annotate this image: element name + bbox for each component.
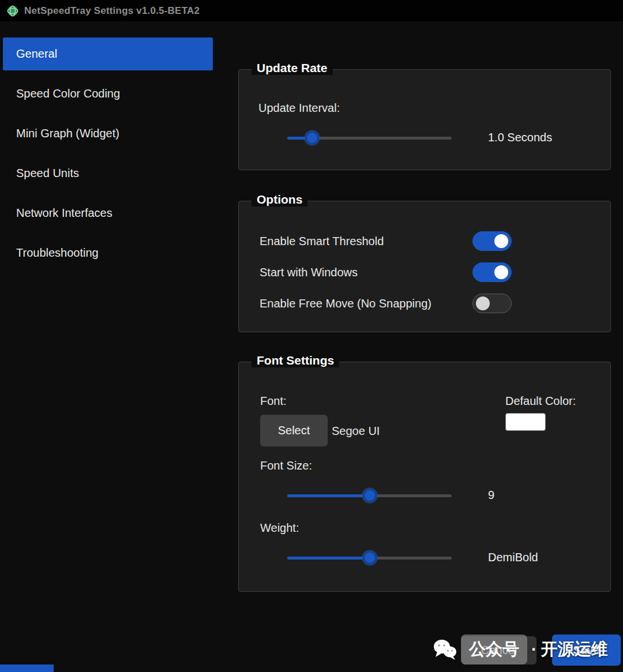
sidebar-item-mini-graph-widget[interactable]: Mini Graph (Widget) [3,117,213,150]
option-label: Enable Smart Threshold [260,235,384,247]
option-row-enable-smart-threshold: Enable Smart Threshold [260,231,610,251]
weight-label: Weight: [260,521,299,535]
group-title-font-settings: Font Settings [252,354,339,367]
group-options: Options Enable Smart ThresholdStart with… [238,201,611,332]
option-row-enable-free-move-no-snapping: Enable Free Move (No Snapping) [260,294,610,313]
selected-font-name: Segoe UI [332,425,380,438]
weight-slider[interactable] [287,550,452,565]
sidebar-item-speed-color-coding[interactable]: Speed Color Coding [3,77,213,110]
app-icon [7,5,18,17]
options-rows: Enable Smart ThresholdStart with Windows… [239,231,610,325]
toggle-enable-free-move-no-snapping[interactable] [472,294,512,313]
default-color-swatch[interactable] [505,413,546,431]
option-row-start-with-windows: Start with Windows [260,262,610,282]
save-button[interactable]: Save [552,635,621,666]
font-size-slider[interactable] [287,488,452,503]
group-title-options: Options [252,193,307,207]
font-size-value: 9 [488,489,494,502]
font-label: Font: [260,395,287,408]
bottom-left-accent-bar [0,665,54,672]
update-interval-slider[interactable] [287,130,452,145]
group-update-rate: Update Rate Update Interval: 1.0 Seconds [238,69,611,170]
default-color-label: Default Color: [505,395,576,408]
wechat-icon [433,639,457,660]
cancel-button[interactable]: Cancel [461,636,536,665]
slider-handle[interactable] [362,488,377,503]
font-select-button[interactable]: Select [260,415,328,446]
option-label: Enable Free Move (No Snapping) [260,297,431,310]
slider-handle[interactable] [362,550,377,565]
sidebar-item-network-interfaces[interactable]: Network Interfaces [3,197,213,230]
sidebar-item-general[interactable]: General [3,37,213,70]
settings-window: NetSpeedTray Settings v1.0.5-BETA2 Gener… [0,0,623,672]
update-interval-label: Update Interval: [258,102,340,115]
slider-fill [287,494,370,497]
title-bar: NetSpeedTray Settings v1.0.5-BETA2 [0,0,623,21]
group-font-settings: Font Settings Font: Default Color: Selec… [238,362,611,592]
option-label: Start with Windows [260,266,358,279]
slider-handle[interactable] [305,130,320,145]
toggle-start-with-windows[interactable] [472,262,512,282]
toggle-enable-smart-threshold[interactable] [472,231,512,251]
sidebar-item-troubleshooting[interactable]: Troubleshooting [3,236,213,269]
weight-value: DemiBold [488,551,538,564]
font-size-label: Font Size: [260,459,312,472]
slider-fill [287,557,370,560]
toggle-knob [494,234,508,248]
window-title: NetSpeedTray Settings v1.0.5-BETA2 [24,5,200,17]
toggle-knob [494,265,508,279]
sidebar-item-speed-units[interactable]: Speed Units [3,157,213,190]
update-interval-value: 1.0 Seconds [488,131,552,144]
sidebar: GeneralSpeed Color CodingMini Graph (Wid… [3,37,213,276]
toggle-knob [476,296,490,310]
group-title-update-rate: Update Rate [252,61,333,75]
